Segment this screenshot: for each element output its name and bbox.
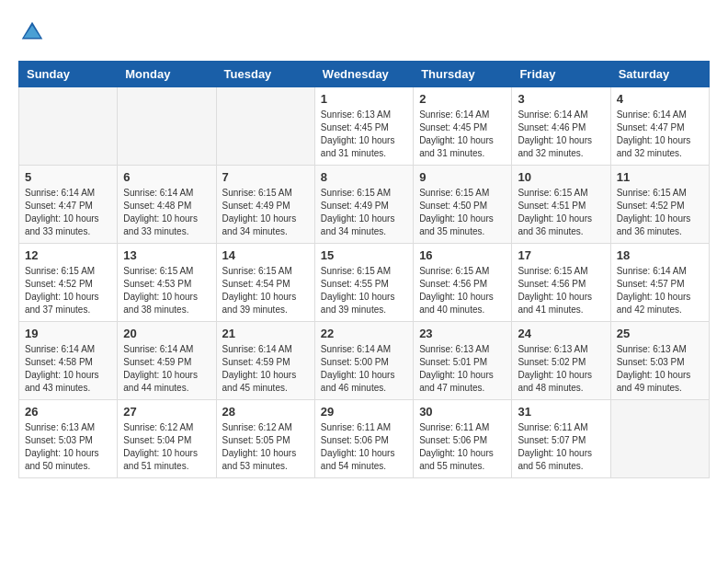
day-info: Sunrise: 6:14 AM Sunset: 4:46 PM Dayligh… xyxy=(518,109,604,160)
day-number: 8 xyxy=(321,170,407,184)
day-number: 23 xyxy=(419,327,506,340)
day-number: 1 xyxy=(321,92,407,106)
day-info: Sunrise: 6:13 AM Sunset: 5:01 PM Dayligh… xyxy=(419,343,506,395)
calendar-cell: 23Sunrise: 6:13 AM Sunset: 5:01 PM Dayli… xyxy=(414,322,512,400)
day-info: Sunrise: 6:13 AM Sunset: 5:02 PM Dayligh… xyxy=(518,343,604,395)
day-number: 6 xyxy=(123,170,210,184)
day-info: Sunrise: 6:14 AM Sunset: 4:47 PM Dayligh… xyxy=(25,187,111,238)
calendar-cell: 14Sunrise: 6:15 AM Sunset: 4:54 PM Dayli… xyxy=(216,244,314,322)
week-row-2: 5Sunrise: 6:14 AM Sunset: 4:47 PM Daylig… xyxy=(19,166,710,244)
logo xyxy=(18,18,48,46)
weekday-header-tuesday: Tuesday xyxy=(216,62,314,87)
day-info: Sunrise: 6:15 AM Sunset: 4:51 PM Dayligh… xyxy=(518,187,604,238)
calendar-cell: 3Sunrise: 6:14 AM Sunset: 4:46 PM Daylig… xyxy=(512,87,610,166)
calendar-cell: 31Sunrise: 6:11 AM Sunset: 5:07 PM Dayli… xyxy=(512,400,610,478)
day-number: 5 xyxy=(25,170,111,184)
day-number: 25 xyxy=(617,327,703,340)
calendar-cell: 30Sunrise: 6:11 AM Sunset: 5:06 PM Dayli… xyxy=(414,400,512,478)
calendar-cell: 13Sunrise: 6:15 AM Sunset: 4:53 PM Dayli… xyxy=(118,244,216,322)
week-row-1: 1Sunrise: 6:13 AM Sunset: 4:45 PM Daylig… xyxy=(19,87,710,166)
day-number: 18 xyxy=(617,248,703,262)
day-number: 17 xyxy=(518,248,604,262)
weekday-row: SundayMondayTuesdayWednesdayThursdayFrid… xyxy=(19,62,710,87)
calendar-cell: 6Sunrise: 6:14 AM Sunset: 4:48 PM Daylig… xyxy=(118,166,216,244)
calendar-cell xyxy=(19,87,118,166)
day-info: Sunrise: 6:14 AM Sunset: 4:58 PM Dayligh… xyxy=(25,343,111,395)
day-number: 7 xyxy=(222,170,309,184)
calendar-cell xyxy=(610,400,709,478)
calendar-cell: 22Sunrise: 6:14 AM Sunset: 5:00 PM Dayli… xyxy=(314,322,413,400)
calendar-cell: 27Sunrise: 6:12 AM Sunset: 5:04 PM Dayli… xyxy=(118,400,216,478)
day-info: Sunrise: 6:14 AM Sunset: 5:00 PM Dayligh… xyxy=(321,343,407,395)
day-info: Sunrise: 6:15 AM Sunset: 4:49 PM Dayligh… xyxy=(222,187,309,238)
calendar-cell: 15Sunrise: 6:15 AM Sunset: 4:55 PM Dayli… xyxy=(314,244,413,322)
day-info: Sunrise: 6:15 AM Sunset: 4:50 PM Dayligh… xyxy=(419,187,506,238)
calendar-cell: 7Sunrise: 6:15 AM Sunset: 4:49 PM Daylig… xyxy=(216,166,314,244)
weekday-header-wednesday: Wednesday xyxy=(314,62,413,87)
calendar-cell: 11Sunrise: 6:15 AM Sunset: 4:52 PM Dayli… xyxy=(610,166,709,244)
day-number: 26 xyxy=(25,405,111,419)
day-number: 30 xyxy=(419,405,506,419)
page-header xyxy=(18,18,710,46)
calendar-cell: 2Sunrise: 6:14 AM Sunset: 4:45 PM Daylig… xyxy=(414,87,512,166)
calendar-cell: 25Sunrise: 6:13 AM Sunset: 5:03 PM Dayli… xyxy=(610,322,709,400)
calendar-cell: 12Sunrise: 6:15 AM Sunset: 4:52 PM Dayli… xyxy=(19,244,118,322)
calendar-cell: 16Sunrise: 6:15 AM Sunset: 4:56 PM Dayli… xyxy=(414,244,512,322)
day-number: 2 xyxy=(419,92,506,106)
day-info: Sunrise: 6:11 AM Sunset: 5:06 PM Dayligh… xyxy=(321,421,407,473)
day-info: Sunrise: 6:15 AM Sunset: 4:53 PM Dayligh… xyxy=(123,265,210,316)
day-number: 16 xyxy=(419,248,506,262)
day-number: 11 xyxy=(617,170,703,184)
week-row-3: 12Sunrise: 6:15 AM Sunset: 4:52 PM Dayli… xyxy=(19,244,710,322)
calendar-cell xyxy=(118,87,216,166)
day-info: Sunrise: 6:14 AM Sunset: 4:45 PM Dayligh… xyxy=(419,109,506,160)
calendar-cell: 29Sunrise: 6:11 AM Sunset: 5:06 PM Dayli… xyxy=(314,400,413,478)
day-number: 21 xyxy=(222,327,309,340)
day-number: 19 xyxy=(25,327,111,340)
day-number: 4 xyxy=(617,92,703,106)
day-info: Sunrise: 6:14 AM Sunset: 4:57 PM Dayligh… xyxy=(617,265,703,316)
day-info: Sunrise: 6:11 AM Sunset: 5:07 PM Dayligh… xyxy=(518,421,604,473)
day-info: Sunrise: 6:12 AM Sunset: 5:04 PM Dayligh… xyxy=(123,421,210,473)
day-info: Sunrise: 6:14 AM Sunset: 4:59 PM Dayligh… xyxy=(222,343,309,395)
calendar-cell: 4Sunrise: 6:14 AM Sunset: 4:47 PM Daylig… xyxy=(610,87,709,166)
day-info: Sunrise: 6:14 AM Sunset: 4:59 PM Dayligh… xyxy=(123,343,210,395)
day-info: Sunrise: 6:15 AM Sunset: 4:55 PM Dayligh… xyxy=(321,265,407,316)
weekday-header-saturday: Saturday xyxy=(610,62,709,87)
day-number: 14 xyxy=(222,248,309,262)
day-number: 15 xyxy=(321,248,407,262)
day-info: Sunrise: 6:11 AM Sunset: 5:06 PM Dayligh… xyxy=(419,421,506,473)
day-number: 27 xyxy=(123,405,210,419)
day-number: 24 xyxy=(518,327,604,340)
day-info: Sunrise: 6:15 AM Sunset: 4:49 PM Dayligh… xyxy=(321,187,407,238)
day-number: 22 xyxy=(321,327,407,340)
calendar-cell: 19Sunrise: 6:14 AM Sunset: 4:58 PM Dayli… xyxy=(19,322,118,400)
day-number: 12 xyxy=(25,248,111,262)
day-number: 31 xyxy=(518,405,604,419)
calendar-cell: 18Sunrise: 6:14 AM Sunset: 4:57 PM Dayli… xyxy=(610,244,709,322)
calendar-cell: 9Sunrise: 6:15 AM Sunset: 4:50 PM Daylig… xyxy=(414,166,512,244)
day-info: Sunrise: 6:14 AM Sunset: 4:48 PM Dayligh… xyxy=(123,187,210,238)
day-number: 13 xyxy=(123,248,210,262)
day-info: Sunrise: 6:15 AM Sunset: 4:56 PM Dayligh… xyxy=(518,265,604,316)
calendar-cell: 5Sunrise: 6:14 AM Sunset: 4:47 PM Daylig… xyxy=(19,166,118,244)
day-info: Sunrise: 6:13 AM Sunset: 5:03 PM Dayligh… xyxy=(617,343,703,395)
weekday-header-thursday: Thursday xyxy=(414,62,512,87)
weekday-header-sunday: Sunday xyxy=(19,62,118,87)
calendar-table: SundayMondayTuesdayWednesdayThursdayFrid… xyxy=(18,61,710,478)
day-info: Sunrise: 6:15 AM Sunset: 4:52 PM Dayligh… xyxy=(617,187,703,238)
calendar-cell: 28Sunrise: 6:12 AM Sunset: 5:05 PM Dayli… xyxy=(216,400,314,478)
weekday-header-monday: Monday xyxy=(118,62,216,87)
logo-icon xyxy=(18,18,46,46)
day-info: Sunrise: 6:12 AM Sunset: 5:05 PM Dayligh… xyxy=(222,421,309,473)
day-info: Sunrise: 6:15 AM Sunset: 4:56 PM Dayligh… xyxy=(419,265,506,316)
day-number: 9 xyxy=(419,170,506,184)
calendar-cell: 10Sunrise: 6:15 AM Sunset: 4:51 PM Dayli… xyxy=(512,166,610,244)
calendar-body: 1Sunrise: 6:13 AM Sunset: 4:45 PM Daylig… xyxy=(19,87,710,478)
calendar-header: SundayMondayTuesdayWednesdayThursdayFrid… xyxy=(19,62,710,87)
day-number: 29 xyxy=(321,405,407,419)
calendar-cell: 8Sunrise: 6:15 AM Sunset: 4:49 PM Daylig… xyxy=(314,166,413,244)
weekday-header-friday: Friday xyxy=(512,62,610,87)
calendar-cell xyxy=(216,87,314,166)
week-row-4: 19Sunrise: 6:14 AM Sunset: 4:58 PM Dayli… xyxy=(19,322,710,400)
